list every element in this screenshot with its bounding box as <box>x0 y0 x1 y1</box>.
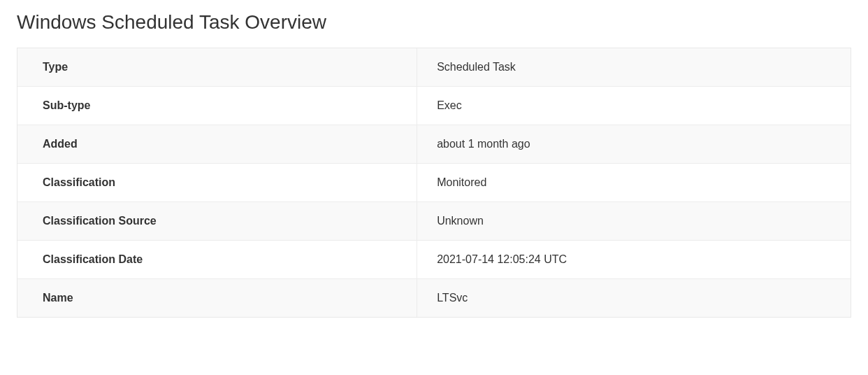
row-label-name: Name <box>17 279 417 317</box>
row-value-name: LTSvc <box>417 279 851 317</box>
row-value-classification-date: 2021-07-14 12:05:24 UTC <box>417 241 851 278</box>
table-row: Sub-type Exec <box>17 87 851 125</box>
row-value-subtype: Exec <box>417 87 851 125</box>
table-row: Added about 1 month ago <box>17 125 851 164</box>
table-row: Name LTSvc <box>17 279 851 317</box>
page-title: Windows Scheduled Task Overview <box>17 11 851 34</box>
table-row: Classification Monitored <box>17 164 851 202</box>
table-row: Classification Source Unknown <box>17 202 851 241</box>
row-label-subtype: Sub-type <box>17 87 417 125</box>
table-row: Classification Date 2021-07-14 12:05:24 … <box>17 241 851 279</box>
row-value-classification-source: Unknown <box>417 202 851 240</box>
row-value-type: Scheduled Task <box>417 48 851 86</box>
row-label-added: Added <box>17 125 417 163</box>
row-label-classification: Classification <box>17 164 417 201</box>
row-label-classification-source: Classification Source <box>17 202 417 240</box>
row-label-classification-date: Classification Date <box>17 241 417 278</box>
row-value-added: about 1 month ago <box>417 125 851 163</box>
row-value-classification: Monitored <box>417 164 851 201</box>
table-row: Type Scheduled Task <box>17 48 851 87</box>
row-label-type: Type <box>17 48 417 86</box>
overview-table: Type Scheduled Task Sub-type Exec Added … <box>17 48 851 318</box>
